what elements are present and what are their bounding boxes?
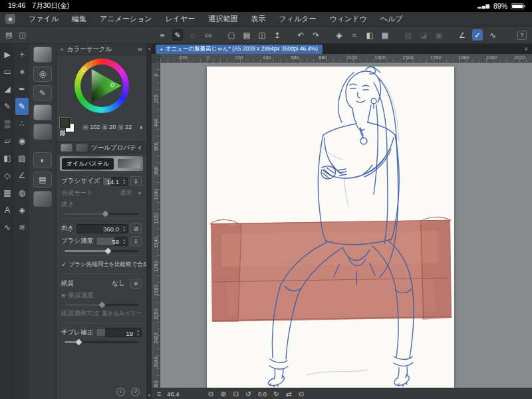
help-icon[interactable]: ? [517, 31, 527, 40]
transparent-color-swatch[interactable] [60, 130, 65, 136]
hsv-value[interactable]: V 22 [118, 124, 132, 130]
move-tool-icon[interactable]: + [15, 46, 29, 63]
menu-animation[interactable]: アニメーション [93, 14, 159, 24]
eraser-tool-icon[interactable]: ▱ [1, 132, 14, 150]
decoration-tool-icon[interactable]: ∴ [15, 115, 29, 132]
pen-tool-icon[interactable]: ✒ [15, 80, 29, 98]
clip-studio-logo-icon[interactable]: ❀ [5, 14, 15, 24]
line-correct-tool-icon[interactable]: ∿ [1, 219, 14, 236]
panel-menu-icon[interactable]: ≡ [61, 47, 64, 53]
brush-preview-tab-icon[interactable] [76, 144, 88, 152]
brush-tool-icon[interactable]: ✎ [15, 98, 29, 115]
paper-apply-value[interactable]: 置き込みカラー [102, 310, 144, 318]
marquee-icon[interactable]: ▭ [203, 29, 213, 41]
fit-screen-icon[interactable]: ⊡ [233, 390, 239, 398]
hsv-value[interactable]: S 20 [102, 124, 116, 130]
pen-dock-icon[interactable]: ✎ [33, 85, 52, 101]
paint-mode-icon[interactable]: ✎ [172, 29, 183, 41]
hsv-value[interactable]: H 102 [82, 124, 100, 130]
bottom-menu-icon[interactable]: ≡ [157, 390, 161, 398]
paper-texture-value[interactable]: なし [76, 279, 128, 288]
pencil-tool-icon[interactable]: ✎ [1, 98, 14, 115]
effect-icon[interactable]: ≈ [349, 29, 360, 41]
menu-view[interactable]: 表示 [244, 14, 272, 24]
spinner-icon[interactable]: ▲▼ [123, 238, 126, 245]
sv-selector-dot[interactable] [110, 83, 114, 87]
sv-triangle[interactable] [80, 65, 123, 107]
ruler-snap-icon[interactable]: ∠ [457, 29, 467, 41]
gradient-tool-icon[interactable]: ▧ [15, 150, 29, 167]
zoom-out-icon[interactable]: ⊖ [208, 390, 214, 398]
menu-layer[interactable]: レイヤー [159, 14, 202, 24]
magnifier-dock-icon[interactable]: ◎ [33, 66, 52, 82]
snap-toggle-icon[interactable]: ✓ [472, 29, 483, 41]
hardness-slider[interactable] [65, 213, 138, 215]
main-color-swatch[interactable] [60, 118, 70, 128]
airbrush-tool-icon[interactable]: ▒ [1, 115, 14, 132]
rotate-right-icon[interactable]: ↻ [273, 390, 279, 398]
tool-property-tab-icon[interactable] [61, 144, 72, 152]
correction-tool-icon[interactable]: ◈ [15, 201, 29, 219]
ruler-tool-icon[interactable]: ∠ [15, 167, 29, 184]
undo-icon[interactable]: ↶ [295, 29, 306, 41]
tabbar-chevron-icon[interactable]: ∨ [524, 46, 528, 52]
balloon-tool-icon[interactable]: ◍ [15, 184, 29, 201]
stabilization-slider[interactable] [65, 341, 138, 343]
stabilization-bar[interactable]: 19 ▲▼ [96, 328, 142, 337]
subtool-strip[interactable]: オイルパステル [60, 156, 143, 171]
save-defaults-icon[interactable]: ⇩ [116, 388, 125, 396]
collapse-bottom-icon[interactable]: ◂ [148, 392, 150, 397]
brush-density-bar[interactable]: 59 ▲▼ [96, 237, 128, 246]
direction-bar[interactable]: 360.0 ▲▼ [76, 224, 128, 233]
material-dock-icon[interactable] [33, 191, 52, 207]
flip-horizontal-icon[interactable]: ⇄ [286, 390, 292, 398]
redo-icon[interactable]: ↷ [311, 29, 321, 41]
pastel-preview-icon[interactable] [33, 124, 52, 140]
menu-edit[interactable]: 編集 [65, 14, 93, 24]
filter-icon[interactable]: ◈ [334, 29, 344, 41]
paper-density-slider[interactable] [65, 304, 138, 306]
marquee-tool-icon[interactable]: ▭ [1, 63, 14, 80]
spinner-icon[interactable]: ▲▼ [137, 329, 140, 336]
mixer-tool-icon[interactable]: ≋ [15, 219, 29, 236]
menu-window[interactable]: ウィンドウ [323, 14, 373, 24]
toggle-palettes-icon[interactable]: ◫ [19, 31, 25, 39]
color-mode-toggle-icon[interactable]: ◑ [138, 123, 143, 131]
menu-selection[interactable]: 選択範囲 [201, 14, 244, 24]
object-tool-icon[interactable]: ▶ [1, 46, 14, 63]
expand-icon[interactable]: ⊞ [61, 293, 66, 299]
workspace-icon[interactable]: ▤ [5, 31, 12, 39]
swatches-dock-icon[interactable]: ▤ [33, 172, 52, 188]
special-ruler-icon[interactable]: ∿ [487, 29, 498, 41]
spinner-icon[interactable]: ▲▼ [123, 225, 126, 233]
export-icon[interactable]: ↥ [272, 29, 283, 41]
new-canvas-icon[interactable]: ▢ [226, 29, 237, 41]
select-layer-icon[interactable]: ▨ [403, 29, 414, 41]
brush-preview-icon[interactable] [33, 104, 52, 120]
stroke-affect-icon[interactable]: ⇩ [130, 236, 142, 246]
checkbox-checked-icon[interactable]: ✓ [61, 261, 66, 268]
fill-icon[interactable]: ◧ [364, 29, 375, 41]
panel-expand-icon[interactable]: ⊞ [138, 47, 142, 53]
lasso-icon[interactable]: ◌ [188, 29, 198, 41]
blend-tool-icon[interactable]: ◉ [15, 132, 29, 150]
auto-select-tool-icon[interactable]: ∗ [15, 63, 29, 80]
zoom-in-icon[interactable]: ⊕ [220, 390, 226, 398]
frame-icon[interactable]: ▦ [380, 29, 390, 41]
layer-mask-icon[interactable]: ◪ [418, 29, 429, 41]
subtool-preview-icon[interactable] [33, 47, 52, 63]
menu-filter[interactable]: フィルター [272, 14, 323, 24]
rotate-left-icon[interactable]: ↺ [245, 390, 251, 398]
canvas-page[interactable] [207, 66, 454, 388]
main-menu-icon[interactable]: ≡ [157, 29, 168, 41]
spinner-icon[interactable]: ▲▼ [123, 178, 126, 186]
color-history-icon[interactable]: ◐ [33, 152, 52, 168]
hue-ring[interactable] [74, 59, 129, 113]
save-icon[interactable]: ◫ [257, 29, 267, 41]
eyedropper-tool-icon[interactable]: ◢ [1, 80, 14, 98]
brush-size-bar[interactable]: 14.1 ▲▼ [102, 177, 128, 186]
trash-icon[interactable]: ✕ [130, 279, 142, 289]
hue-selector-dot[interactable] [82, 67, 86, 72]
fill-tool-icon[interactable]: ◧ [1, 150, 14, 167]
dropdown-arrow-icon[interactable]: ▼ [138, 192, 142, 196]
